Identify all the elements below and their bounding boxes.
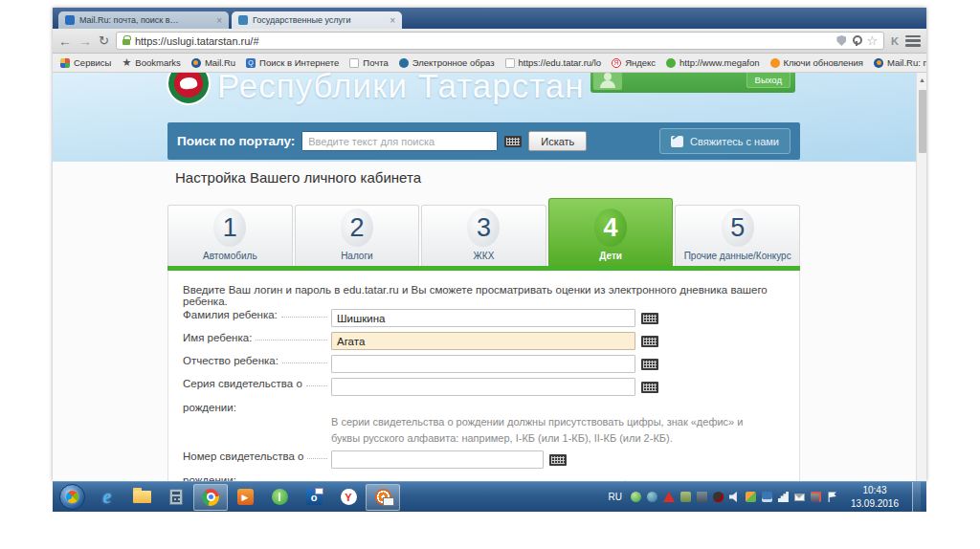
form-row-lastname: Фамилия ребенка:	[183, 309, 788, 327]
bookmark-edu-tatar[interactable]: https://edu.tatar.ru/lo	[505, 57, 602, 68]
tab-step-car[interactable]: 1 Автомобиль	[167, 205, 293, 266]
taskbar-yandex-browser[interactable]: Y	[331, 484, 366, 511]
user-avatar-icon[interactable]	[593, 73, 622, 90]
tab-step-taxes[interactable]: 2 Налоги	[295, 205, 420, 266]
scrollbar-thumb[interactable]	[919, 90, 926, 153]
network-signal-icon[interactable]	[778, 492, 789, 502]
url-text[interactable]: https://uslugi.tatarstan.ru/#	[135, 35, 832, 47]
shield-icon[interactable]	[836, 35, 846, 46]
bookmark-megafon[interactable]: http://www.megafon	[666, 57, 759, 68]
field-label: Серия свидетельства о	[183, 378, 302, 389]
taskbar-calculator[interactable]	[159, 484, 193, 511]
dotted-leader	[306, 378, 327, 386]
child-firstname-input[interactable]	[331, 332, 635, 350]
back-icon[interactable]: ←	[58, 34, 72, 48]
tab-step-other[interactable]: 5 Прочие данные/Конкурс	[675, 205, 800, 266]
bookmark-edu[interactable]: Электронное образ	[399, 57, 495, 68]
apps-grid-icon	[60, 58, 70, 68]
tab-title: Государственные услуги	[253, 15, 385, 25]
mailru-icon	[874, 58, 883, 68]
warning-tray-icon[interactable]	[663, 492, 675, 502]
chrome-menu-icon[interactable]	[905, 35, 921, 47]
taskbar-mailru-agent[interactable]	[366, 484, 400, 511]
mailru-icon	[191, 58, 201, 68]
address-bar[interactable]: https://uslugi.tatarstan.ru/# ☆	[116, 32, 884, 50]
field-label: Отчество ребенка:	[183, 355, 278, 366]
new-mail-icon[interactable]	[794, 494, 805, 501]
window-tray-icon[interactable]	[762, 492, 772, 502]
search-button[interactable]: Искать	[528, 131, 587, 151]
language-indicator[interactable]: RU	[608, 492, 621, 502]
browser-tab-mailru[interactable]: Mail.Ru: почта, поиск в… ×	[58, 11, 229, 29]
keyboard-icon[interactable]	[641, 336, 658, 347]
bookmark-mailru-pochta[interactable]: Mail.Ru: почта, поис	[874, 57, 926, 68]
birth-cert-number-input[interactable]	[331, 450, 544, 469]
step-number: 1	[213, 209, 246, 247]
volume-icon[interactable]	[729, 492, 740, 502]
scroll-up-icon[interactable]: ▲	[918, 76, 926, 84]
taskbar-clock[interactable]: 10:43 13.09.2016	[843, 484, 906, 510]
tatarstan-emblem-logo[interactable]	[167, 73, 211, 105]
tab-strip: Mail.Ru: почта, поиск в… × Государственн…	[53, 8, 926, 29]
device-status-tray-icon[interactable]	[680, 492, 691, 502]
field-label-line2: рождении:	[183, 402, 331, 413]
taskbar-internet-explorer[interactable]: e	[90, 484, 124, 511]
bookmark-yandex[interactable]: ЯЯндекс	[612, 57, 656, 68]
portal-search-input[interactable]	[301, 131, 498, 151]
keyboard-icon[interactable]	[504, 136, 522, 147]
taskbar-megafon-modem[interactable]	[262, 484, 297, 511]
reload-icon[interactable]: ↻	[99, 33, 109, 48]
tab-step-utilities[interactable]: 3 ЖКХ	[421, 205, 546, 266]
form-row-firstname: Имя ребенка:	[183, 332, 788, 350]
yandex-browser-icon: Y	[341, 489, 357, 505]
logout-button[interactable]: Выход	[746, 73, 791, 88]
step-label: Налоги	[341, 251, 373, 261]
tab-title: Mail.Ru: почта, поиск в…	[79, 15, 212, 25]
app-tray-icon[interactable]	[647, 492, 657, 502]
display-tray-icon[interactable]	[697, 492, 707, 502]
forward-icon[interactable]: →	[78, 34, 92, 48]
child-lastname-input[interactable]	[331, 309, 635, 327]
step-number: 4	[594, 209, 627, 247]
keyboard-icon[interactable]	[549, 454, 567, 466]
bookmark-apps[interactable]: Сервисы	[60, 57, 111, 68]
show-desktop-button[interactable]	[912, 482, 921, 513]
extension-icon[interactable]: K	[891, 35, 899, 47]
page-scrollbar[interactable]: ▲	[916, 73, 926, 481]
bookmark-mailru[interactable]: Mail.Ru	[191, 57, 235, 68]
bookmark-folder[interactable]: ★Bookmarks	[122, 57, 181, 68]
child-patronymic-input[interactable]	[331, 355, 635, 373]
birth-cert-series-input[interactable]	[331, 378, 635, 396]
taskbar-media-player[interactable]: ▶	[228, 484, 262, 511]
bookmark-internet-search[interactable]: QПоиск в Интернете	[246, 57, 339, 68]
update-tray-icon[interactable]	[746, 492, 756, 502]
taskbar-explorer[interactable]	[124, 484, 159, 511]
keyboard-icon[interactable]	[641, 382, 658, 393]
tab-close-icon[interactable]: ×	[390, 15, 395, 26]
bookmark-keys[interactable]: Ключи обновления	[770, 57, 864, 68]
keys-icon	[770, 58, 780, 68]
contact-us-button[interactable]: Свяжитесь с нами	[659, 128, 791, 154]
browser-tab-gosuslugi[interactable]: Государственные услуги ×	[232, 11, 402, 29]
taskbar-chrome[interactable]	[193, 484, 228, 511]
bookmarks-bar: Сервисы ★Bookmarks Mail.Ru QПоиск в Инте…	[53, 54, 926, 73]
key-icon[interactable]	[851, 35, 861, 46]
tab-step-children[interactable]: 4 Дети	[548, 198, 674, 266]
field-label-line2: рождении:	[183, 474, 331, 481]
usb-device-tray-icon[interactable]	[811, 492, 821, 502]
bookmark-pochta[interactable]: Почта	[349, 57, 388, 68]
keyboard-icon[interactable]	[641, 313, 658, 324]
action-center-flag-icon[interactable]	[827, 492, 837, 502]
browser-toolbar: ← → ↻ https://uslugi.tatarstan.ru/# ☆ K	[53, 29, 926, 54]
keyboard-icon[interactable]	[641, 359, 658, 370]
start-button[interactable]	[59, 484, 85, 510]
security-tray-icon[interactable]	[713, 492, 724, 502]
star-icon: ★	[122, 58, 131, 68]
yandex-icon: Я	[612, 58, 621, 68]
step-number: 2	[341, 209, 373, 247]
tab-close-icon[interactable]: ×	[216, 15, 222, 26]
media-player-icon: ▶	[237, 489, 254, 505]
megafon-tray-icon[interactable]	[631, 492, 641, 502]
bookmark-star-icon[interactable]: ☆	[866, 34, 878, 47]
taskbar-outlook[interactable]: o	[297, 484, 331, 511]
